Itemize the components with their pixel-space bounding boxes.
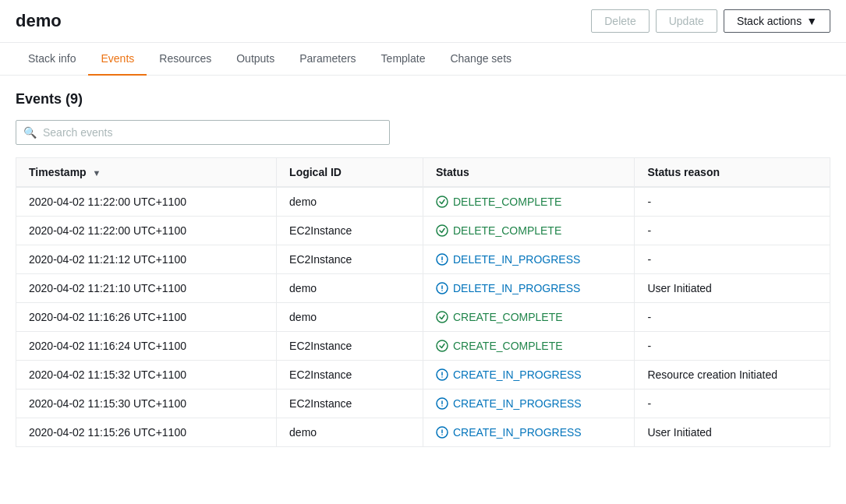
status-label: CREATE_IN_PROGRESS bbox=[453, 426, 582, 439]
table-row: 2020-04-02 11:21:10 UTC+1100 demo DELETE… bbox=[16, 274, 830, 303]
cell-status-reason: - bbox=[635, 389, 830, 418]
check-circle-icon bbox=[436, 311, 448, 323]
cell-status: CREATE_COMPLETE bbox=[423, 303, 634, 332]
cell-timestamp: 2020-04-02 11:21:10 UTC+1100 bbox=[16, 274, 277, 303]
table-row: 2020-04-02 11:15:26 UTC+1100 demo CREATE… bbox=[16, 418, 830, 447]
status-label: DELETE_IN_PROGRESS bbox=[453, 282, 580, 294]
cell-logical-id: EC2Instance bbox=[277, 361, 423, 389]
info-circle-icon bbox=[436, 282, 448, 294]
update-button[interactable]: Update bbox=[656, 9, 717, 33]
tab-stack-info[interactable]: Stack info bbox=[16, 43, 88, 76]
cell-status-reason: - bbox=[635, 332, 830, 361]
cell-logical-id: EC2Instance bbox=[277, 217, 423, 245]
cell-status-reason: User Initiated bbox=[635, 274, 830, 303]
table-row: 2020-04-02 11:22:00 UTC+1100 EC2Instance… bbox=[16, 217, 830, 245]
stack-actions-button[interactable]: Stack actions ▼ bbox=[724, 9, 830, 33]
svg-point-9 bbox=[437, 340, 448, 351]
table-row: 2020-04-02 11:21:12 UTC+1100 EC2Instance… bbox=[16, 245, 830, 274]
page-header: demo Delete Update Stack actions ▼ bbox=[0, 0, 846, 43]
svg-point-12 bbox=[441, 376, 443, 378]
cell-status: CREATE_IN_PROGRESS bbox=[423, 389, 634, 418]
search-icon: 🔍 bbox=[23, 126, 37, 139]
cell-logical-id: demo bbox=[277, 274, 423, 303]
info-circle-icon bbox=[436, 397, 448, 410]
content-area: Events (9) 🔍 Timestamp ▼ Logical ID Stat… bbox=[0, 76, 846, 463]
cell-status-reason: - bbox=[635, 187, 830, 217]
col-header-status: Status bbox=[423, 158, 634, 188]
tab-change-sets[interactable]: Change sets bbox=[437, 43, 524, 76]
tab-events[interactable]: Events bbox=[88, 43, 147, 76]
cell-timestamp: 2020-04-02 11:22:00 UTC+1100 bbox=[16, 187, 277, 217]
cell-status: CREATE_IN_PROGRESS bbox=[423, 361, 634, 389]
table-row: 2020-04-02 11:16:26 UTC+1100 demo CREATE… bbox=[16, 303, 830, 332]
cell-timestamp: 2020-04-02 11:15:30 UTC+1100 bbox=[16, 389, 277, 418]
status-label: CREATE_IN_PROGRESS bbox=[453, 368, 582, 381]
cell-status-reason: User Initiated bbox=[635, 418, 830, 447]
table-header-row: Timestamp ▼ Logical ID Status Status rea… bbox=[16, 158, 830, 188]
cell-logical-id: demo bbox=[277, 418, 423, 447]
cell-logical-id: demo bbox=[277, 187, 423, 217]
status-label: DELETE_COMPLETE bbox=[453, 224, 561, 237]
cell-status-reason: Resource creation Initiated bbox=[635, 361, 830, 389]
tab-template[interactable]: Template bbox=[369, 43, 438, 76]
col-header-status-reason: Status reason bbox=[635, 158, 830, 188]
cell-status-reason: - bbox=[635, 303, 830, 332]
svg-point-0 bbox=[437, 196, 448, 207]
events-table: Timestamp ▼ Logical ID Status Status rea… bbox=[16, 157, 830, 447]
chevron-down-icon: ▼ bbox=[806, 15, 817, 27]
cell-timestamp: 2020-04-02 11:16:24 UTC+1100 bbox=[16, 332, 277, 361]
cell-status: DELETE_IN_PROGRESS bbox=[423, 274, 634, 303]
header-actions: Delete Update Stack actions ▼ bbox=[591, 9, 830, 33]
table-row: 2020-04-02 11:15:30 UTC+1100 EC2Instance… bbox=[16, 389, 830, 418]
info-circle-icon bbox=[436, 368, 448, 381]
cell-timestamp: 2020-04-02 11:16:26 UTC+1100 bbox=[16, 303, 277, 332]
cell-logical-id: EC2Instance bbox=[277, 389, 423, 418]
table-row: 2020-04-02 11:22:00 UTC+1100 demo DELETE… bbox=[16, 187, 830, 217]
check-circle-icon bbox=[436, 224, 448, 237]
check-circle-icon bbox=[436, 340, 448, 352]
tab-parameters[interactable]: Parameters bbox=[287, 43, 368, 76]
table-row: 2020-04-02 11:16:24 UTC+1100 EC2Instance… bbox=[16, 332, 830, 361]
check-circle-icon bbox=[436, 196, 448, 208]
cell-logical-id: demo bbox=[277, 303, 423, 332]
stack-actions-label: Stack actions bbox=[737, 15, 802, 27]
cell-timestamp: 2020-04-02 11:21:12 UTC+1100 bbox=[16, 245, 277, 274]
section-title: Events (9) bbox=[16, 91, 830, 107]
cell-status: DELETE_IN_PROGRESS bbox=[423, 245, 634, 274]
col-header-logical-id: Logical ID bbox=[277, 158, 423, 188]
sort-icon: ▼ bbox=[93, 168, 101, 178]
cell-status: DELETE_COMPLETE bbox=[423, 217, 634, 245]
cell-status-reason: - bbox=[635, 217, 830, 245]
svg-point-18 bbox=[441, 434, 443, 435]
cell-timestamp: 2020-04-02 11:15:32 UTC+1100 bbox=[16, 361, 277, 389]
status-label: CREATE_IN_PROGRESS bbox=[453, 397, 582, 410]
info-circle-icon bbox=[436, 426, 448, 439]
svg-point-8 bbox=[437, 312, 448, 322]
status-label: CREATE_COMPLETE bbox=[453, 311, 563, 323]
cell-status-reason: - bbox=[635, 245, 830, 274]
svg-point-7 bbox=[441, 290, 443, 291]
delete-button[interactable]: Delete bbox=[591, 9, 649, 33]
status-label: DELETE_COMPLETE bbox=[453, 196, 561, 208]
tab-outputs[interactable]: Outputs bbox=[224, 43, 287, 76]
cell-status: DELETE_COMPLETE bbox=[423, 187, 634, 217]
cell-timestamp: 2020-04-02 11:15:26 UTC+1100 bbox=[16, 418, 277, 447]
cell-status: CREATE_COMPLETE bbox=[423, 332, 634, 361]
cell-logical-id: EC2Instance bbox=[277, 332, 423, 361]
cell-logical-id: EC2Instance bbox=[277, 245, 423, 274]
table-row: 2020-04-02 11:15:32 UTC+1100 EC2Instance… bbox=[16, 361, 830, 389]
svg-point-15 bbox=[441, 405, 443, 407]
cell-timestamp: 2020-04-02 11:22:00 UTC+1100 bbox=[16, 217, 277, 245]
page-title: demo bbox=[16, 11, 62, 31]
status-label: CREATE_COMPLETE bbox=[453, 340, 563, 352]
search-container: 🔍 bbox=[16, 120, 390, 145]
status-label: DELETE_IN_PROGRESS bbox=[453, 253, 580, 266]
svg-point-4 bbox=[441, 261, 443, 263]
tabs-bar: Stack info Events Resources Outputs Para… bbox=[0, 43, 846, 76]
col-header-timestamp[interactable]: Timestamp ▼ bbox=[16, 158, 277, 188]
cell-status: CREATE_IN_PROGRESS bbox=[423, 418, 634, 447]
svg-point-1 bbox=[437, 225, 448, 236]
tab-resources[interactable]: Resources bbox=[147, 43, 224, 76]
info-circle-icon bbox=[436, 253, 448, 266]
search-input[interactable] bbox=[16, 120, 390, 145]
